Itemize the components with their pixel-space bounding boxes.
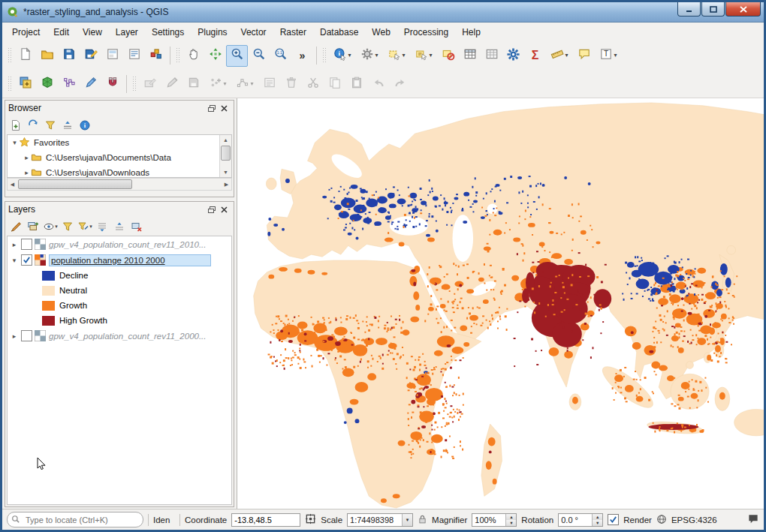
new-project-button[interactable] xyxy=(14,45,36,67)
undo-button[interactable] xyxy=(367,73,389,95)
tree-collapsed-icon[interactable]: ▸ xyxy=(10,332,19,340)
layer-row-population-change[interactable]: ▾ population change 2010 2000 xyxy=(8,252,231,268)
spin-up-icon[interactable]: ▲ xyxy=(506,514,516,520)
redo-button[interactable] xyxy=(389,73,411,95)
dropdown-arrow-icon[interactable]: ▾ xyxy=(402,514,412,526)
filter-expression-button[interactable]: ▾ xyxy=(77,218,93,235)
select-features-button[interactable]: ▾ xyxy=(383,45,410,67)
menu-processing[interactable]: Processing xyxy=(397,24,455,41)
field-calculator-button[interactable] xyxy=(481,45,502,67)
open-attribute-table-button[interactable] xyxy=(459,45,481,67)
legend-item-high-growth[interactable]: High Growth xyxy=(8,313,231,328)
remove-layer-button[interactable] xyxy=(128,218,145,235)
menu-view[interactable]: View xyxy=(76,24,109,41)
spin-up-icon[interactable]: ▲ xyxy=(593,514,602,520)
browser-item-downloads-folder[interactable]: ▸ C:\Users\ujaval\Downloads xyxy=(8,165,231,178)
browser-float-button[interactable] xyxy=(205,103,218,114)
layers-panel-header[interactable]: Layers xyxy=(5,202,234,217)
toolbar-grip[interactable] xyxy=(8,76,12,92)
layer-row-gpw2000[interactable]: ▸ gpw_v4_population_count_rev11_2000... xyxy=(8,328,231,344)
toolbar-grip[interactable] xyxy=(176,47,180,64)
save-layer-edits-button[interactable] xyxy=(182,73,204,95)
zoom-in-button[interactable] xyxy=(226,45,248,67)
layer-checkbox-unchecked[interactable] xyxy=(21,239,32,250)
paste-features-button[interactable] xyxy=(345,73,367,95)
tree-collapsed-icon[interactable]: ▸ xyxy=(10,241,19,248)
browser-refresh-button[interactable] xyxy=(25,117,41,134)
layers-float-button[interactable] xyxy=(205,204,218,215)
browser-panel-header[interactable]: Browser xyxy=(5,101,234,116)
spin-down-icon[interactable]: ▼ xyxy=(593,520,602,526)
new-geopackage-button[interactable] xyxy=(36,73,58,95)
map-themes-button[interactable]: ▾ xyxy=(42,218,59,235)
toolbar-overflow-button[interactable]: » xyxy=(291,45,313,67)
snapping-options-button[interactable] xyxy=(101,73,123,95)
tree-collapsed-icon[interactable]: ▸ xyxy=(23,154,31,161)
browser-tree[interactable]: ▾ Favorites ▸ C:\Users\ujaval\Documents\… xyxy=(7,134,232,178)
legend-item-decline[interactable]: Decline xyxy=(8,268,231,283)
menu-raster[interactable]: Raster xyxy=(273,24,313,41)
filter-legend-button[interactable] xyxy=(59,218,76,235)
browser-close-button[interactable] xyxy=(218,103,231,114)
vertex-tool-button[interactable]: ▾ xyxy=(231,73,258,95)
identify-features-button[interactable]: i▾ xyxy=(329,45,356,67)
menu-project[interactable]: Project xyxy=(5,24,47,41)
magnifier-spinbox[interactable]: 100% ▲▼ xyxy=(472,513,517,527)
menu-layer[interactable]: Layer xyxy=(109,24,145,41)
cut-features-button[interactable] xyxy=(302,73,324,95)
extents-icon[interactable] xyxy=(305,513,316,526)
text-annotation-button[interactable]: T▾ xyxy=(595,45,622,67)
pan-map-button[interactable] xyxy=(182,45,204,67)
browser-item-data-folder[interactable]: ▸ C:\Users\ujaval\Documents\Data xyxy=(8,150,231,165)
new-print-layout-button[interactable] xyxy=(101,45,123,67)
run-feature-action-button[interactable]: ▾ xyxy=(356,45,383,67)
delete-selected-button[interactable] xyxy=(280,73,302,95)
scroll-right-icon[interactable]: ▶ xyxy=(222,179,231,189)
open-project-button[interactable] xyxy=(36,45,58,67)
processing-toolbox-button[interactable] xyxy=(502,45,524,67)
layer-checkbox-checked[interactable] xyxy=(21,254,32,266)
save-project-as-button[interactable] xyxy=(80,45,101,67)
tree-expanded-icon[interactable]: ▾ xyxy=(10,257,19,264)
toggle-editing-button[interactable] xyxy=(161,73,182,95)
coordinate-input[interactable] xyxy=(231,513,300,527)
menu-web[interactable]: Web xyxy=(365,24,397,41)
statistics-summary-button[interactable]: Σ xyxy=(524,45,546,67)
minimize-button[interactable] xyxy=(677,2,701,17)
layers-tree[interactable]: ▸ gpw_v4_population_count_rev11_2010... … xyxy=(7,236,232,505)
toolbar-grip[interactable] xyxy=(132,76,137,92)
current-edits-button[interactable] xyxy=(139,73,161,95)
locate-search[interactable] xyxy=(7,512,143,527)
scale-combo[interactable]: 1:74498398 ▾ xyxy=(347,513,413,527)
maximize-button[interactable] xyxy=(701,2,725,17)
menu-help[interactable]: Help xyxy=(455,24,487,41)
browser-item-favorites[interactable]: ▾ Favorites xyxy=(8,135,231,150)
toolbar-grip[interactable] xyxy=(8,47,12,64)
browser-collapse-all-button[interactable] xyxy=(59,117,76,134)
scrollbar-thumb[interactable] xyxy=(221,146,231,161)
lock-scale-icon[interactable] xyxy=(418,514,427,526)
layer-row-gpw2010[interactable]: ▸ gpw_v4_population_count_rev11_2010... xyxy=(8,236,231,252)
close-button[interactable] xyxy=(725,2,761,17)
menu-database[interactable]: Database xyxy=(313,24,365,41)
scroll-up-icon[interactable]: ▲ xyxy=(221,135,231,145)
browser-horizontal-scrollbar[interactable]: ◀ ▶ xyxy=(7,178,232,191)
render-checkbox[interactable] xyxy=(608,514,619,525)
title-bar[interactable]: *raster_styling_and_analysis - QGIS xyxy=(2,2,764,23)
toolbar-grip[interactable] xyxy=(322,47,327,64)
zoom-full-button[interactable] xyxy=(204,45,226,67)
measure-button[interactable]: ▾ xyxy=(546,45,573,67)
menu-edit[interactable]: Edit xyxy=(47,24,76,41)
zoom-native-button[interactable]: 1:1 xyxy=(270,45,291,67)
add-group-button[interactable] xyxy=(25,218,41,235)
menu-vector[interactable]: Vector xyxy=(234,24,273,41)
browser-properties-button[interactable]: i xyxy=(77,117,93,134)
scroll-down-icon[interactable]: ▼ xyxy=(221,167,231,177)
menu-settings[interactable]: Settings xyxy=(145,24,191,41)
deselect-features-button[interactable] xyxy=(437,45,459,67)
tree-collapsed-icon[interactable]: ▸ xyxy=(23,169,31,176)
collapse-all-button[interactable] xyxy=(111,218,128,235)
save-project-button[interactable] xyxy=(58,45,80,67)
legend-item-neutral[interactable]: Neutral xyxy=(8,283,231,298)
layer-checkbox-unchecked[interactable] xyxy=(21,330,32,341)
